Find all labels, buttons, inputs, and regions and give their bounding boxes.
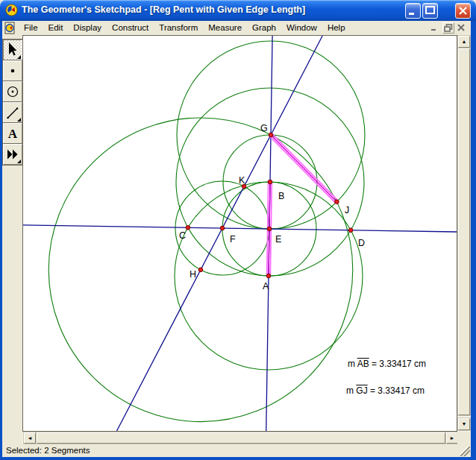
custom-tool[interactable] bbox=[3, 144, 22, 165]
mdi-minimize-icon[interactable] bbox=[429, 22, 441, 34]
scrollbar-corner bbox=[457, 432, 471, 444]
point-label-C[interactable]: C bbox=[179, 230, 186, 241]
line-through-C-D[interactable] bbox=[23, 225, 457, 232]
point-label-E[interactable]: E bbox=[275, 234, 281, 245]
menu-bar: FileEditDisplayConstructTransformMeasure… bbox=[2, 21, 471, 35]
resize-grip-icon[interactable] bbox=[460, 447, 470, 456]
vertical-scrollbar[interactable]: ▲ ▼ bbox=[457, 35, 471, 432]
horizontal-scrollbar[interactable]: ◄ ► bbox=[22, 432, 457, 444]
scroll-down-icon[interactable]: ▼ bbox=[458, 418, 470, 430]
measure-value: = 3.33417 cm bbox=[369, 359, 426, 369]
point-G[interactable] bbox=[269, 133, 273, 137]
point-H[interactable] bbox=[198, 268, 203, 272]
line-through-G-F[interactable] bbox=[117, 36, 323, 431]
tool-palette: A bbox=[2, 35, 22, 432]
window-title: The Geometer's Sketchpad - [Reg Pent wit… bbox=[22, 0, 305, 21]
compass-tool[interactable] bbox=[3, 81, 22, 102]
point-J[interactable] bbox=[335, 200, 339, 204]
minimize-button[interactable] bbox=[405, 3, 421, 19]
point-label-K[interactable]: K bbox=[239, 175, 245, 186]
window-border bbox=[0, 21, 2, 460]
svg-text:A: A bbox=[8, 127, 18, 141]
app-logo-icon[interactable] bbox=[5, 4, 18, 16]
text-tool[interactable]: A bbox=[3, 123, 22, 144]
maximize-button[interactable] bbox=[422, 3, 438, 19]
menu-graph[interactable]: Graph bbox=[247, 21, 281, 35]
straightedge-tool[interactable] bbox=[3, 102, 22, 123]
scrollbar-left-pad bbox=[2, 432, 22, 444]
horizontal-scroll-thumb[interactable] bbox=[37, 432, 445, 444]
menu-transform[interactable]: Transform bbox=[154, 21, 203, 35]
measure-prefix: m bbox=[346, 385, 356, 396]
menu-measure[interactable]: Measure bbox=[203, 21, 247, 35]
point-C[interactable] bbox=[186, 226, 190, 230]
measure-overline: GJ bbox=[356, 385, 367, 396]
status-text: Selected: 2 Segments bbox=[6, 444, 90, 457]
menu-display[interactable]: Display bbox=[68, 21, 107, 35]
application-window: The Geometer's Sketchpad - [Reg Pent wit… bbox=[0, 0, 476, 460]
measure-overline: AB bbox=[357, 359, 369, 369]
close-button[interactable] bbox=[455, 3, 471, 19]
scroll-right-icon[interactable]: ► bbox=[446, 432, 458, 444]
document-icon[interactable] bbox=[4, 22, 16, 34]
menu-edit[interactable]: Edit bbox=[43, 21, 69, 35]
point-F[interactable] bbox=[220, 226, 225, 230]
point-tool[interactable] bbox=[3, 60, 22, 81]
scroll-up-icon[interactable]: ▲ bbox=[458, 36, 470, 48]
vertical-scroll-thumb[interactable] bbox=[458, 48, 470, 415]
measurement-AB[interactable]: m AB = 3.33417 cm bbox=[348, 359, 426, 369]
measure-prefix: m bbox=[348, 359, 357, 369]
menu-items: FileEditDisplayConstructTransformMeasure… bbox=[19, 21, 351, 35]
measure-value: = 3.33417 cm bbox=[368, 385, 425, 396]
scroll-left-icon[interactable]: ◄ bbox=[24, 432, 36, 444]
title-bar: The Geometer's Sketchpad - [Reg Pent wit… bbox=[0, 0, 476, 21]
menu-construct[interactable]: Construct bbox=[107, 21, 154, 35]
mdi-restore-icon[interactable] bbox=[442, 22, 454, 34]
point-label-G[interactable]: G bbox=[260, 123, 268, 133]
window-border bbox=[471, 21, 476, 460]
menu-file[interactable]: File bbox=[19, 21, 43, 35]
point-label-D[interactable]: D bbox=[358, 238, 365, 248]
status-bar: Selected: 2 Segments bbox=[2, 444, 471, 457]
point-label-F[interactable]: F bbox=[230, 234, 236, 245]
point-E[interactable] bbox=[267, 227, 272, 231]
point-label-B[interactable]: B bbox=[278, 191, 284, 201]
selection-arrow-tool[interactable] bbox=[3, 40, 22, 60]
point-label-J[interactable]: J bbox=[345, 205, 349, 215]
window-border bbox=[0, 457, 476, 460]
sketch-canvas[interactable]: ABCDEFGHJK bbox=[22, 35, 457, 432]
mdi-close-icon[interactable] bbox=[456, 22, 468, 34]
point-D[interactable] bbox=[348, 228, 353, 233]
menu-help[interactable]: Help bbox=[322, 21, 351, 35]
point-label-H[interactable]: H bbox=[190, 269, 196, 280]
measurement-GJ[interactable]: m GJ = 3.33417 cm bbox=[346, 385, 425, 396]
menu-window[interactable]: Window bbox=[281, 21, 322, 35]
point-label-A[interactable]: A bbox=[263, 281, 269, 292]
point-B[interactable] bbox=[268, 180, 272, 184]
point-A[interactable] bbox=[266, 274, 271, 278]
